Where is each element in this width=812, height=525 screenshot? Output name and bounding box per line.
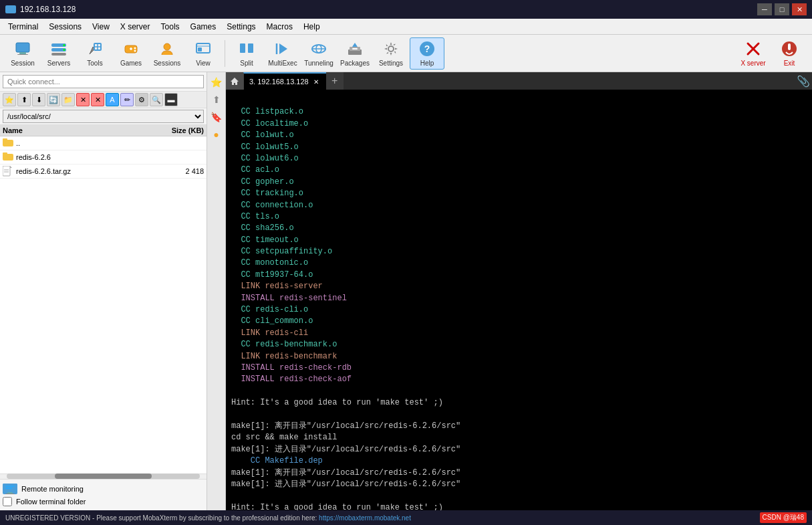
terminal-line: CC tracking.o bbox=[231, 189, 303, 198]
folder-icon bbox=[3, 152, 13, 163]
file-tool-newfolder[interactable]: 📁 bbox=[61, 93, 75, 106]
file-tool-filter[interactable]: ▬ bbox=[164, 93, 178, 106]
toolbar-tunneling[interactable]: Tunneling bbox=[301, 37, 336, 70]
remote-monitoring: Remote monitoring bbox=[3, 484, 204, 494]
file-tool-copy[interactable]: ✕ bbox=[76, 93, 90, 106]
file-tool-upload[interactable]: ⬆ bbox=[17, 93, 31, 106]
path-bar: /usr/local/src/ bbox=[0, 108, 207, 125]
svg-marker-42 bbox=[10, 166, 12, 168]
toolbar-sessions[interactable]: Sessions bbox=[150, 37, 184, 70]
settings-icon bbox=[382, 39, 400, 58]
tunneling-icon bbox=[309, 39, 328, 58]
terminal-line: LINK redis-server bbox=[231, 282, 323, 291]
maximize-button[interactable]: □ bbox=[775, 3, 789, 15]
menu-macros[interactable]: Macros bbox=[261, 21, 298, 33]
minimize-button[interactable]: ─ bbox=[757, 3, 772, 15]
menu-view[interactable]: View bbox=[87, 21, 115, 33]
terminal-line: CC setcpuaffinity.o bbox=[231, 247, 332, 256]
file-tool-permissions[interactable]: ⚙ bbox=[135, 93, 148, 106]
toolbar-help[interactable]: ? Help bbox=[410, 37, 444, 70]
menu-games[interactable]: Games bbox=[185, 21, 222, 33]
list-item[interactable]: redis-6.2.6.tar.gz 2 418 bbox=[0, 165, 207, 179]
main-area: ⭐ ⬆ ⬇ 🔄 📁 ✕ ✕ A ✏ ⚙ 🔍 ▬ /usr/local/src/ … bbox=[0, 72, 812, 510]
quick-connect-input[interactable] bbox=[3, 75, 204, 88]
file-list-header: Name Size (KB) bbox=[0, 125, 207, 136]
file-scroll-area[interactable] bbox=[0, 474, 207, 479]
file-tool-rename[interactable]: A bbox=[106, 93, 119, 106]
tab-1[interactable]: 3. 192.168.13.128 ✕ bbox=[243, 72, 326, 90]
toolbar-view[interactable]: View bbox=[186, 37, 221, 70]
packages-icon bbox=[346, 39, 364, 58]
menu-help[interactable]: Help bbox=[298, 21, 325, 33]
terminal-line: CC monotonic.o bbox=[231, 258, 308, 268]
svg-rect-41 bbox=[3, 166, 10, 176]
toolbar-packages[interactable]: Packages bbox=[337, 37, 372, 70]
toolbar-right: X server Exit bbox=[736, 37, 807, 70]
terminal-line: CC cli_common.o bbox=[231, 316, 313, 326]
follow-folder-checkbox[interactable] bbox=[3, 497, 12, 506]
terminal-area: 3. 192.168.13.128 ✕ + 📎 CC listpack.o CC… bbox=[226, 72, 812, 510]
svg-rect-2 bbox=[17, 54, 28, 55]
svg-rect-36 bbox=[788, 43, 791, 50]
toolbar-xserver-label: X server bbox=[740, 60, 765, 67]
title-bar: 192.168.13.128 ─ □ ✕ bbox=[0, 0, 812, 19]
toolbar-games-label: Games bbox=[120, 60, 142, 67]
tab-1-close[interactable]: ✕ bbox=[311, 77, 321, 86]
menu-settings[interactable]: Settings bbox=[221, 21, 261, 33]
file-tool-refresh[interactable]: 🔄 bbox=[47, 93, 60, 106]
toolbar-sessions-label: Sessions bbox=[154, 60, 181, 67]
help-icon: ? bbox=[418, 39, 436, 58]
file-item-name: redis-6.2.6 bbox=[16, 153, 157, 161]
file-icon bbox=[3, 166, 13, 177]
follow-folder-label: Follow terminal folder bbox=[16, 498, 86, 506]
terminal-line: CC connection.o bbox=[231, 201, 313, 210]
terminal-output[interactable]: CC listpack.o CC localtime.o CC lolwut.o… bbox=[226, 90, 812, 510]
terminal-line: INSTALL redis-check-rdb bbox=[231, 363, 352, 373]
tab-add[interactable]: + bbox=[326, 72, 344, 90]
quick-connect-bar bbox=[0, 72, 207, 92]
left-icon-upload[interactable]: ⬆ bbox=[209, 92, 224, 107]
left-icon-star[interactable]: ⭐ bbox=[209, 75, 224, 90]
file-tool-star[interactable]: ⭐ bbox=[3, 93, 16, 106]
file-tool-edit[interactable]: ✏ bbox=[120, 93, 134, 106]
terminal-line: CC lolwut.o bbox=[231, 130, 294, 140]
toolbar-split[interactable]: Split bbox=[229, 37, 264, 70]
svg-rect-46 bbox=[7, 492, 13, 494]
toolbar-settings[interactable]: Settings bbox=[374, 37, 408, 70]
toolbar-games[interactable]: Games bbox=[114, 37, 148, 70]
toolbar-multiexec[interactable]: MultiExec bbox=[265, 37, 300, 70]
file-tool-download[interactable]: ⬇ bbox=[32, 93, 45, 106]
left-icon-bookmark[interactable]: 🔖 bbox=[209, 110, 224, 124]
terminal-line: make[1]: 离开目录"/usr/local/src/redis-6.2.6… bbox=[231, 421, 460, 431]
list-item[interactable]: .. bbox=[0, 136, 207, 150]
close-button[interactable]: ✕ bbox=[792, 3, 807, 15]
view-icon bbox=[194, 39, 213, 58]
toolbar-tools[interactable]: Tools bbox=[78, 37, 112, 70]
file-tool-delete[interactable]: ✕ bbox=[91, 93, 104, 106]
toolbar-exit[interactable]: Exit bbox=[772, 37, 807, 70]
menu-sessions[interactable]: Sessions bbox=[43, 21, 87, 33]
app-icon bbox=[5, 5, 16, 13]
left-icon-circle[interactable]: ● bbox=[209, 127, 224, 142]
terminal-line: CC listpack.o bbox=[231, 107, 303, 116]
svg-rect-47 bbox=[5, 494, 15, 494]
tab-home[interactable] bbox=[226, 72, 243, 90]
menu-tools[interactable]: Tools bbox=[156, 21, 185, 33]
menu-terminal[interactable]: Terminal bbox=[3, 21, 43, 33]
toolbar-xserver[interactable]: X server bbox=[736, 37, 771, 70]
svg-rect-40 bbox=[3, 152, 7, 155]
list-item[interactable]: redis-6.2.6 bbox=[0, 150, 207, 165]
path-select[interactable]: /usr/local/src/ bbox=[3, 110, 204, 123]
unregistered-label: UNREGISTERED VERSION - Please support Mo… bbox=[5, 514, 317, 522]
left-icon-strip: ⭐ ⬆ 🔖 ● bbox=[207, 72, 226, 510]
toolbar-view-label: View bbox=[196, 60, 211, 67]
file-tool-search[interactable]: 🔍 bbox=[150, 93, 163, 106]
terminal-line: CC timeout.o bbox=[231, 235, 299, 245]
toolbar-session[interactable]: Session bbox=[5, 37, 40, 70]
terminal-line: CC lolwut6.o bbox=[231, 154, 299, 163]
terminal-line: CC acl.o bbox=[231, 165, 279, 175]
toolbar-servers[interactable]: Servers bbox=[41, 37, 76, 70]
mobatek-link[interactable]: https://mobaxterm.mobatek.net bbox=[319, 514, 411, 522]
menu-xserver[interactable]: X server bbox=[115, 21, 156, 33]
terminal-clip-icon[interactable]: 📎 bbox=[795, 72, 812, 90]
